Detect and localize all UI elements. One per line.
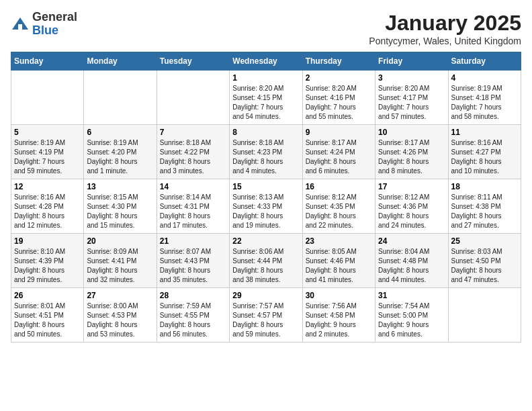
day-info: Sunrise: 8:20 AM Sunset: 4:16 PM Dayligh… (306, 84, 372, 122)
day-info: Sunrise: 8:18 AM Sunset: 4:22 PM Dayligh… (160, 138, 226, 176)
day-info: Sunrise: 8:00 AM Sunset: 4:53 PM Dayligh… (87, 302, 153, 339)
day-number: 8 (232, 128, 299, 137)
day-info: Sunrise: 8:16 AM Sunset: 4:28 PM Dayligh… (14, 193, 81, 230)
day-cell: 9Sunrise: 8:17 AM Sunset: 4:24 PM Daylig… (302, 125, 375, 179)
day-cell: 20Sunrise: 8:09 AM Sunset: 4:41 PM Dayli… (84, 234, 157, 288)
day-number: 23 (306, 236, 372, 246)
day-info: Sunrise: 8:05 AM Sunset: 4:46 PM Dayligh… (306, 247, 372, 285)
day-info: Sunrise: 8:15 AM Sunset: 4:30 PM Dayligh… (87, 193, 153, 230)
day-info: Sunrise: 8:12 AM Sunset: 4:35 PM Dayligh… (306, 193, 372, 230)
logo-icon (11, 15, 30, 34)
day-number: 28 (160, 291, 226, 300)
week-row-5: 26Sunrise: 8:01 AM Sunset: 4:51 PM Dayli… (11, 288, 521, 342)
day-info: Sunrise: 8:14 AM Sunset: 4:31 PM Dayligh… (160, 193, 226, 230)
day-cell: 12Sunrise: 8:16 AM Sunset: 4:28 PM Dayli… (11, 179, 84, 234)
day-cell: 31Sunrise: 7:54 AM Sunset: 5:00 PM Dayli… (375, 288, 448, 342)
day-number: 21 (160, 236, 226, 246)
day-number: 11 (451, 128, 518, 137)
day-number: 27 (87, 291, 153, 300)
day-cell: 26Sunrise: 8:01 AM Sunset: 4:51 PM Dayli… (11, 288, 84, 342)
day-cell: 11Sunrise: 8:16 AM Sunset: 4:27 PM Dayli… (448, 125, 521, 179)
day-info: Sunrise: 8:04 AM Sunset: 4:48 PM Dayligh… (378, 247, 445, 285)
day-cell (448, 288, 521, 342)
day-cell: 24Sunrise: 8:04 AM Sunset: 4:48 PM Dayli… (375, 234, 448, 288)
header-cell-thursday: Thursday (302, 52, 375, 71)
day-info: Sunrise: 8:19 AM Sunset: 4:18 PM Dayligh… (451, 84, 518, 122)
day-number: 29 (232, 291, 299, 300)
day-info: Sunrise: 8:10 AM Sunset: 4:39 PM Dayligh… (14, 247, 81, 285)
day-cell: 15Sunrise: 8:13 AM Sunset: 4:33 PM Dayli… (230, 179, 302, 234)
header-cell-monday: Monday (84, 52, 157, 71)
day-cell: 18Sunrise: 8:11 AM Sunset: 4:38 PM Dayli… (448, 179, 521, 234)
day-cell: 17Sunrise: 8:12 AM Sunset: 4:36 PM Dayli… (375, 179, 448, 234)
week-row-2: 5Sunrise: 8:19 AM Sunset: 4:19 PM Daylig… (11, 125, 521, 179)
day-cell: 3Sunrise: 8:20 AM Sunset: 4:17 PM Daylig… (375, 71, 448, 125)
logo: General Blue (11, 11, 77, 38)
day-info: Sunrise: 8:17 AM Sunset: 4:26 PM Dayligh… (378, 138, 445, 176)
day-cell: 6Sunrise: 8:19 AM Sunset: 4:20 PM Daylig… (84, 125, 157, 179)
day-number: 2 (306, 73, 372, 83)
day-cell: 5Sunrise: 8:19 AM Sunset: 4:19 PM Daylig… (11, 125, 84, 179)
day-cell: 19Sunrise: 8:10 AM Sunset: 4:39 PM Dayli… (11, 234, 84, 288)
day-info: Sunrise: 8:12 AM Sunset: 4:36 PM Dayligh… (378, 193, 445, 230)
day-info: Sunrise: 8:07 AM Sunset: 4:43 PM Dayligh… (160, 247, 226, 285)
day-cell: 14Sunrise: 8:14 AM Sunset: 4:31 PM Dayli… (157, 179, 229, 234)
header-cell-saturday: Saturday (448, 52, 521, 71)
day-number: 24 (378, 236, 445, 246)
day-number: 3 (378, 73, 445, 83)
header-cell-wednesday: Wednesday (230, 52, 302, 71)
day-info: Sunrise: 8:19 AM Sunset: 4:20 PM Dayligh… (87, 138, 153, 176)
day-cell (157, 71, 229, 125)
calendar-subtitle: Pontycymer, Wales, United Kingdom (369, 36, 521, 46)
calendar-header: SundayMondayTuesdayWednesdayThursdayFrid… (11, 52, 521, 71)
day-number: 12 (14, 182, 81, 191)
day-info: Sunrise: 8:18 AM Sunset: 4:23 PM Dayligh… (232, 138, 299, 176)
day-cell: 4Sunrise: 8:19 AM Sunset: 4:18 PM Daylig… (448, 71, 521, 125)
day-info: Sunrise: 7:54 AM Sunset: 5:00 PM Dayligh… (378, 302, 445, 339)
header-cell-friday: Friday (375, 52, 448, 71)
day-cell (84, 71, 157, 125)
week-row-1: 1Sunrise: 8:20 AM Sunset: 4:15 PM Daylig… (11, 71, 521, 125)
day-info: Sunrise: 8:09 AM Sunset: 4:41 PM Dayligh… (87, 247, 153, 285)
day-number: 26 (14, 291, 81, 300)
day-cell: 1Sunrise: 8:20 AM Sunset: 4:15 PM Daylig… (230, 71, 302, 125)
day-number: 31 (378, 291, 445, 300)
day-number: 16 (306, 182, 372, 191)
day-info: Sunrise: 8:03 AM Sunset: 4:50 PM Dayligh… (451, 247, 518, 285)
day-cell: 8Sunrise: 8:18 AM Sunset: 4:23 PM Daylig… (230, 125, 302, 179)
calendar-table: SundayMondayTuesdayWednesdayThursdayFrid… (11, 52, 521, 342)
day-number: 30 (306, 291, 372, 300)
day-cell: 10Sunrise: 8:17 AM Sunset: 4:26 PM Dayli… (375, 125, 448, 179)
day-number: 4 (451, 73, 518, 83)
calendar-title: January 2025 (369, 11, 521, 36)
title-block: January 2025 Pontycymer, Wales, United K… (369, 11, 521, 46)
day-number: 13 (87, 182, 153, 191)
day-number: 25 (451, 236, 518, 246)
day-info: Sunrise: 8:19 AM Sunset: 4:19 PM Dayligh… (14, 138, 81, 176)
day-info: Sunrise: 8:20 AM Sunset: 4:15 PM Dayligh… (232, 84, 299, 122)
day-cell: 27Sunrise: 8:00 AM Sunset: 4:53 PM Dayli… (84, 288, 157, 342)
day-info: Sunrise: 8:06 AM Sunset: 4:44 PM Dayligh… (232, 247, 299, 285)
day-number: 22 (232, 236, 299, 246)
day-cell: 16Sunrise: 8:12 AM Sunset: 4:35 PM Dayli… (302, 179, 375, 234)
day-number: 14 (160, 182, 226, 191)
day-info: Sunrise: 8:20 AM Sunset: 4:17 PM Dayligh… (378, 84, 445, 122)
week-row-3: 12Sunrise: 8:16 AM Sunset: 4:28 PM Dayli… (11, 179, 521, 234)
page-header: General Blue January 2025 Pontycymer, Wa… (11, 11, 521, 46)
day-number: 15 (232, 182, 299, 191)
day-number: 9 (306, 128, 372, 137)
header-cell-tuesday: Tuesday (157, 52, 229, 71)
day-info: Sunrise: 8:17 AM Sunset: 4:24 PM Dayligh… (306, 138, 372, 176)
day-cell: 21Sunrise: 8:07 AM Sunset: 4:43 PM Dayli… (157, 234, 229, 288)
logo-text: General Blue (32, 11, 77, 38)
logo-blue: Blue (32, 24, 77, 38)
day-info: Sunrise: 8:13 AM Sunset: 4:33 PM Dayligh… (232, 193, 299, 230)
day-info: Sunrise: 7:59 AM Sunset: 4:55 PM Dayligh… (160, 302, 226, 339)
day-number: 17 (378, 182, 445, 191)
day-cell: 30Sunrise: 7:56 AM Sunset: 4:58 PM Dayli… (302, 288, 375, 342)
day-number: 7 (160, 128, 226, 137)
day-cell (11, 71, 84, 125)
day-number: 10 (378, 128, 445, 137)
header-row: SundayMondayTuesdayWednesdayThursdayFrid… (11, 52, 521, 71)
day-info: Sunrise: 8:01 AM Sunset: 4:51 PM Dayligh… (14, 302, 81, 339)
